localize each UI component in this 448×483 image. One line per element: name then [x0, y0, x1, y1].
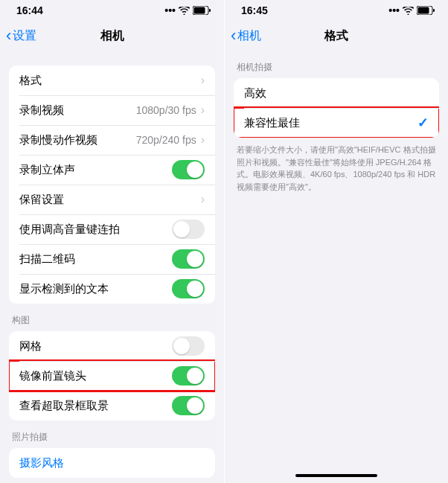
row-preserve[interactable]: 保留设置 › [9, 185, 215, 214]
row-label: 网格 [19, 339, 172, 354]
dots-icon: ••• [164, 4, 176, 16]
section-header-composition: 构图 [0, 304, 224, 331]
row-record-slomo[interactable]: 录制慢动作视频 720p/240 fps › [9, 125, 215, 155]
row-most-compatible[interactable]: 兼容性最佳 ✓ [234, 108, 439, 138]
row-detail: 720p/240 fps [136, 134, 196, 146]
checkmark-icon: ✓ [417, 115, 429, 131]
chevron-right-icon: › [201, 74, 205, 87]
row-label: 使用调高音量键连拍 [19, 223, 172, 237]
back-label: 设置 [13, 28, 36, 44]
svg-rect-1 [194, 7, 205, 14]
row-photo-style[interactable]: 摄影风格 [9, 448, 215, 478]
back-label: 相机 [237, 28, 261, 44]
wifi-icon [403, 7, 414, 15]
row-label: 录制慢动作视频 [19, 133, 136, 147]
row-high-efficiency[interactable]: 高效 [234, 78, 439, 108]
row-label: 录制立体声 [19, 163, 172, 177]
toggle-detect-text[interactable] [172, 279, 205, 298]
status-icons: ••• [388, 4, 435, 16]
row-label: 兼容性最佳 [244, 116, 417, 130]
row-scan-qr: 扫描二维码 [9, 244, 215, 274]
wifi-icon [179, 7, 190, 15]
chevron-left-icon: ‹ [6, 28, 11, 44]
camera-settings-screen: 16:44 ••• ‹ 设置 相机 格式 › 录制视频 1080p/30 fp [0, 0, 224, 483]
row-label: 显示检测到的文本 [19, 282, 172, 296]
status-bar: 16:45 ••• [225, 0, 448, 21]
row-stereo: 录制立体声 [9, 155, 215, 185]
page-title: 格式 [324, 28, 348, 44]
status-time: 16:45 [241, 4, 268, 16]
row-label: 格式 [19, 74, 201, 88]
group-composition: 网格 镜像前置镜头 查看超取景框取景 [9, 331, 215, 420]
row-label: 录制视频 [19, 103, 136, 118]
back-button[interactable]: ‹ 设置 [6, 21, 36, 51]
group-capture: 高效 兼容性最佳 ✓ [234, 78, 439, 138]
chevron-right-icon: › [201, 193, 205, 206]
status-time: 16:44 [16, 4, 43, 16]
status-bar: 16:44 ••• [0, 0, 224, 21]
chevron-right-icon: › [201, 103, 205, 117]
toggle-scan-qr[interactable] [172, 249, 205, 269]
toggle-grid[interactable] [172, 336, 205, 356]
footer-capture: 若要缩小文件大小，请使用"高效"HEIF/HEVC 格式拍摄照片和视频。"兼容性… [225, 138, 448, 193]
nav-bar: ‹ 相机 格式 [225, 21, 448, 51]
toggle-mirror-front[interactable] [172, 366, 205, 386]
row-label: 查看超取景框取景 [19, 399, 172, 413]
group-photo: 摄影风格 [9, 448, 215, 478]
nav-bar: ‹ 设置 相机 [0, 21, 224, 51]
chevron-left-icon: ‹ [231, 28, 236, 44]
svg-rect-4 [418, 7, 429, 14]
row-label: 镜像前置镜头 [19, 369, 172, 383]
row-detect-text: 显示检测到的文本 [9, 274, 215, 304]
row-label: 高效 [244, 86, 429, 100]
row-volume-burst: 使用调高音量键连拍 [9, 214, 215, 244]
footer-photo: 将你的个人审美带进摄影作品，使照片更加个性化。"摄影风格"使用先进的场景理解技术… [0, 478, 224, 483]
formats-screen: 16:45 ••• ‹ 相机 格式 相机拍摄 高效 兼容性最佳 ✓ 若要缩小 [224, 0, 448, 483]
toggle-view-outside[interactable] [172, 396, 205, 415]
battery-icon [193, 6, 211, 15]
svg-rect-5 [433, 9, 435, 12]
section-header-photo: 照片拍摄 [0, 420, 224, 448]
row-detail: 1080p/30 fps [136, 104, 196, 116]
row-mirror-front: 镜像前置镜头 [9, 361, 215, 391]
group-main: 格式 › 录制视频 1080p/30 fps › 录制慢动作视频 720p/24… [9, 65, 215, 304]
page-title: 相机 [100, 28, 124, 44]
svg-rect-2 [209, 9, 211, 12]
row-label: 摄影风格 [19, 456, 205, 470]
row-label: 保留设置 [19, 193, 201, 207]
row-record-video[interactable]: 录制视频 1080p/30 fps › [9, 95, 215, 125]
row-formats[interactable]: 格式 › [9, 65, 215, 95]
toggle-volume-burst[interactable] [172, 220, 205, 239]
home-indicator[interactable] [295, 474, 377, 477]
row-label: 扫描二维码 [19, 252, 172, 266]
battery-icon [417, 6, 435, 15]
row-view-outside: 查看超取景框取景 [9, 391, 215, 420]
section-header-capture: 相机拍摄 [225, 51, 448, 78]
toggle-stereo[interactable] [172, 160, 205, 179]
dots-icon: ••• [388, 4, 400, 16]
back-button[interactable]: ‹ 相机 [231, 21, 261, 51]
chevron-right-icon: › [201, 133, 205, 147]
status-icons: ••• [164, 4, 211, 16]
row-grid: 网格 [9, 331, 215, 361]
